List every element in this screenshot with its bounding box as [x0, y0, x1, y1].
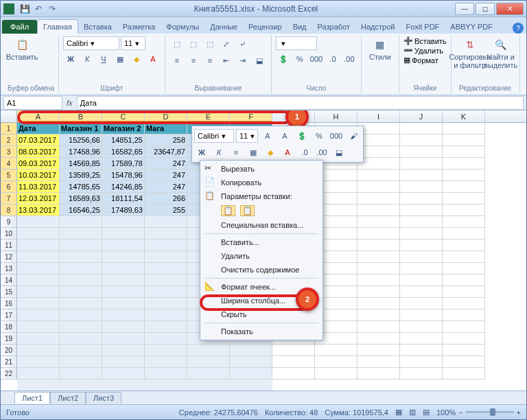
cell[interactable]: 18111,54	[102, 193, 145, 205]
row-header-18[interactable]: 18	[1, 321, 17, 333]
cell[interactable]: 14569,85	[60, 158, 102, 170]
cell[interactable]	[272, 368, 315, 380]
cell[interactable]	[187, 356, 230, 368]
font-family-select[interactable]: Calibri▾	[63, 36, 119, 50]
cell[interactable]	[358, 193, 400, 205]
cell[interactable]: 17589,78	[102, 158, 145, 170]
cell[interactable]: 16546,25	[60, 205, 102, 216]
cell[interactable]: 14246,85	[102, 181, 145, 193]
format-cells-button[interactable]: ▦Формат	[403, 56, 447, 65]
col-header-J[interactable]: J	[400, 110, 443, 122]
cell[interactable]	[443, 275, 485, 286]
align-middle-icon[interactable]: ⬚	[186, 36, 201, 51]
cell[interactable]: 23647,87	[145, 146, 187, 158]
row-header-15[interactable]: 15	[1, 286, 17, 298]
cell[interactable]: 16582,65	[102, 146, 145, 158]
cell[interactable]	[400, 368, 443, 380]
styles-button[interactable]: ▦ Стили	[366, 36, 395, 62]
cell[interactable]	[443, 123, 485, 135]
cell[interactable]	[443, 135, 485, 146]
cell[interactable]	[443, 310, 485, 321]
cell[interactable]	[400, 205, 443, 216]
cell[interactable]	[358, 181, 400, 193]
cell[interactable]	[443, 251, 485, 263]
cell[interactable]	[17, 310, 60, 321]
paste-option-2-icon[interactable]: 📋	[240, 205, 255, 216]
cell[interactable]	[60, 298, 102, 310]
decrease-decimal-icon[interactable]: .00	[342, 51, 357, 67]
find-select-button[interactable]: 🔍 Найти и выделить	[487, 36, 515, 71]
mini-percent-icon[interactable]: %	[312, 128, 327, 143]
tab-developer[interactable]: Разработ	[312, 20, 355, 34]
cell[interactable]	[400, 170, 443, 181]
ctx-insert[interactable]: Вставить...	[202, 235, 321, 249]
paste-button[interactable]: 📋 Вставить	[8, 36, 36, 62]
align-bottom-icon[interactable]: ⬚	[202, 36, 218, 51]
cell[interactable]	[400, 345, 443, 356]
cell[interactable]	[145, 240, 187, 251]
tab-review[interactable]: Рецензир	[243, 20, 288, 34]
row-header-20[interactable]: 20	[1, 345, 17, 356]
cell[interactable]: 255	[145, 205, 187, 216]
bold-button[interactable]: Ж	[63, 51, 78, 67]
tab-pagelayout[interactable]: Разметка	[117, 20, 161, 34]
delete-cells-button[interactable]: ➖Удалить	[403, 46, 447, 55]
cell[interactable]	[358, 240, 400, 251]
tab-data[interactable]: Данные	[204, 20, 243, 34]
cell[interactable]	[400, 158, 443, 170]
cell[interactable]	[145, 263, 187, 275]
cell[interactable]: 17458,96	[60, 146, 102, 158]
mini-font-color-icon[interactable]: A	[280, 145, 295, 160]
cell[interactable]	[443, 181, 485, 193]
cell[interactable]	[400, 216, 443, 228]
cell[interactable]	[17, 263, 60, 275]
cell[interactable]	[358, 251, 400, 263]
mini-decimal-dec-icon[interactable]: .00	[314, 145, 329, 160]
cell[interactable]: 15478,96	[102, 170, 145, 181]
align-right-icon[interactable]: ≡	[202, 53, 218, 68]
cell[interactable]	[358, 368, 400, 380]
cell[interactable]: 14785,65	[60, 181, 102, 193]
cell[interactable]	[400, 298, 443, 310]
zoom-control[interactable]: 100% − +	[436, 408, 521, 417]
cell[interactable]	[102, 216, 145, 228]
cell[interactable]: Дата	[17, 123, 60, 135]
mini-border-icon[interactable]: ▦	[246, 145, 261, 160]
cell[interactable]: 10.03.2017	[17, 170, 60, 181]
row-header-3[interactable]: 3	[1, 146, 17, 158]
minimize-button[interactable]: —	[455, 3, 474, 15]
ctx-paste-special[interactable]: Специальная вставка...	[202, 218, 321, 232]
ctx-paste-options[interactable]: 📋Параметры вставки:	[202, 189, 321, 203]
row-header-17[interactable]: 17	[1, 310, 17, 321]
cell[interactable]: 14851,25	[102, 135, 145, 146]
col-header-B[interactable]: B	[60, 110, 102, 122]
mini-merge-icon[interactable]: ⬓	[331, 145, 347, 160]
cell[interactable]	[443, 216, 485, 228]
cell[interactable]	[102, 263, 145, 275]
cell[interactable]	[400, 333, 443, 345]
mini-decrease-font-icon[interactable]: A	[277, 128, 292, 143]
row-header-10[interactable]: 10	[1, 228, 17, 240]
cell[interactable]	[400, 123, 443, 135]
row-header-5[interactable]: 5	[1, 170, 17, 181]
col-header-D[interactable]: D	[145, 110, 187, 122]
sort-filter-button[interactable]: ⇅ Сортировка и фильтр	[456, 36, 484, 71]
cell[interactable]	[358, 321, 400, 333]
mini-brush-icon[interactable]: 🖌	[346, 128, 361, 143]
formula-input[interactable]: Дата	[77, 96, 524, 110]
view-layout-icon[interactable]: ▥	[409, 408, 416, 417]
cell[interactable]	[145, 228, 187, 240]
cell[interactable]	[443, 298, 485, 310]
select-all-corner[interactable]	[1, 110, 17, 122]
wrap-text-icon[interactable]: ⤶	[235, 36, 250, 51]
cell[interactable]	[443, 321, 485, 333]
cell[interactable]	[187, 345, 230, 356]
name-box[interactable]: A1	[3, 96, 62, 110]
cell[interactable]	[400, 135, 443, 146]
mini-font-family[interactable]: Calibri▾	[194, 129, 234, 143]
cell[interactable]	[17, 251, 60, 263]
col-header-F[interactable]: F	[230, 110, 272, 122]
cell[interactable]	[358, 146, 400, 158]
restore-button[interactable]: ◻	[476, 3, 495, 15]
cell[interactable]: 247	[145, 158, 187, 170]
